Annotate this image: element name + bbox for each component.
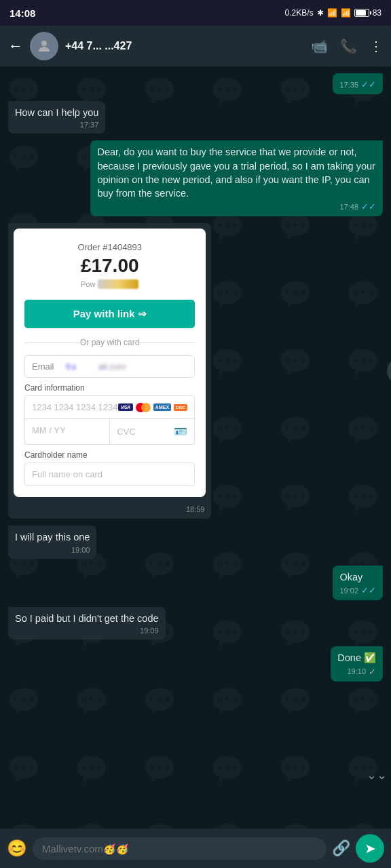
expiry-field[interactable]: MM / YY [25, 419, 110, 444]
visa-icon: VISA [118, 403, 133, 411]
back-button[interactable]: ← [8, 37, 23, 55]
read-ticks: ✓ [369, 667, 376, 677]
card-info-label: Card information [24, 383, 195, 393]
payment-card-bubble: Order #1404893 £17.00 Pow Pay with link … [8, 223, 211, 519]
input-bar: 😊 🔗 ➤ [0, 829, 391, 868]
message-row: 17:35 ✓✓ [8, 73, 383, 94]
bluetooth-icon: ✱ [317, 8, 324, 18]
message-bubble-outgoing: Dear, do you want to buy the service tha… [90, 140, 383, 216]
message-text: Done ✅ [337, 651, 376, 665]
message-bubble-outgoing: Okay 19:02 ✓✓ [333, 566, 383, 600]
card-icons: VISA AMEX DISC [118, 403, 188, 412]
contact-avatar[interactable] [30, 32, 58, 60]
battery-percent: 83 [373, 8, 381, 18]
header-actions: 📹 📞 ⋮ [311, 38, 383, 54]
pay-with-link-button[interactable]: Pay with link ⇒ [24, 300, 195, 328]
message-time: 18:59 [186, 505, 205, 513]
chat-background: 17:35 ✓✓ How can I help you 17:37 Dear, … [0, 66, 391, 829]
message-time: 17:37 [80, 121, 99, 129]
bubble-meta: 19:09 [15, 627, 159, 635]
message-row: Done ✅ 19:10 ✓ ⌄⌄ [8, 646, 383, 681]
status-icons: 0.2KB/s ✱ 📶 📶 83 [285, 8, 381, 18]
message-text: How can I help you [15, 106, 98, 119]
email-value: fra ail.com [66, 361, 187, 372]
stripe-logo-blurred [98, 279, 138, 289]
send-icon: ➤ [365, 840, 376, 856]
status-bar: 14:08 0.2KB/s ✱ 📶 📶 83 [0, 0, 391, 26]
powered-by: Pow [24, 279, 195, 289]
amex-icon: AMEX [153, 403, 171, 411]
read-ticks: ✓✓ [361, 585, 376, 595]
message-bubble-outgoing: Done ✅ 19:10 ✓ [331, 646, 383, 681]
message-time: 19:00 [71, 546, 90, 554]
card-bubble-meta: 18:59 [8, 502, 211, 519]
contact-info[interactable]: +44 7... ...427 [65, 40, 304, 52]
message-bubble-incoming: So I paid but I didn't get the code 19:0… [8, 607, 166, 639]
menu-icon[interactable]: ⋮ [369, 38, 383, 54]
bubble-meta: 17:48 ✓✓ [97, 201, 376, 212]
attach-button[interactable]: 🔗 [332, 840, 350, 857]
cardholder-field[interactable]: Full name on card [24, 462, 195, 486]
send-button[interactable]: ➤ [356, 834, 384, 863]
message-row: How can I help you 17:37 [8, 101, 383, 134]
message-text: Okay [339, 570, 376, 584]
message-bubble-incoming: How can I help you 17:37 [8, 101, 105, 134]
mastercard-icon [136, 403, 151, 412]
phone-call-icon[interactable]: 📞 [340, 38, 357, 54]
cardholder-label: Cardholder name [24, 450, 195, 460]
payment-card: Order #1404893 £17.00 Pow Pay with link … [14, 229, 206, 497]
message-row: I will pay this one 19:00 [8, 526, 383, 558]
bubble-meta: 17:37 [15, 121, 98, 129]
signal-icon: 📶 [327, 8, 337, 18]
chat-header: ← +44 7... ...427 📹 📞 ⋮ [0, 26, 391, 66]
battery-fill [356, 10, 366, 16]
or-divider: Or pay with card [24, 338, 195, 347]
emoji-button[interactable]: 😊 [7, 839, 27, 858]
read-ticks: ✓✓ [361, 201, 376, 212]
discover-icon: DISC [174, 404, 187, 411]
message-time: 19:02 [339, 587, 358, 595]
scroll-down-icon[interactable]: ⌄⌄ [367, 768, 387, 783]
message-time: 17:35 [339, 81, 358, 89]
cardholder-section: Cardholder name Full name on card [24, 450, 195, 486]
contact-number: +44 7... ...427 [65, 40, 304, 52]
message-row: So I paid but I didn't get the code 19:0… [8, 607, 383, 639]
speed-indicator: 0.2KB/s [285, 8, 314, 18]
video-call-icon[interactable]: 📹 [311, 38, 328, 54]
message-row-card: Order #1404893 £17.00 Pow Pay with link … [8, 223, 383, 519]
bubble-meta: 17:35 ✓✓ [339, 79, 376, 90]
message-time: 17:48 [339, 203, 358, 211]
read-ticks: ✓✓ [361, 79, 376, 90]
card-expiry-cvc-row: MM / YY CVC 🪪 [24, 419, 195, 445]
bubble-meta: 19:10 ✓ [337, 667, 376, 677]
forward-button[interactable]: ↪ [387, 358, 391, 384]
bubble-meta: 19:02 ✓✓ [339, 585, 376, 595]
email-field[interactable]: Email fra ail.com [24, 355, 195, 378]
message-bubble-incoming: I will pay this one 19:00 [8, 526, 96, 558]
status-time: 14:08 [10, 7, 35, 19]
message-time: 19:09 [140, 627, 159, 635]
message-bubble-outgoing: 17:35 ✓✓ [333, 73, 383, 94]
card-info-section: Card information 1234 1234 1234 1234 VIS… [24, 383, 195, 445]
email-label: Email [32, 361, 66, 372]
message-text: Dear, do you want to buy the service tha… [97, 145, 376, 200]
message-time: 19:10 [347, 667, 366, 675]
card-number-field[interactable]: 1234 1234 1234 1234 VISA AMEX DISC [24, 395, 195, 419]
message-row: Dear, do you want to buy the service tha… [8, 140, 383, 216]
battery-icon [354, 9, 369, 17]
message-text: I will pay this one [15, 530, 90, 544]
cvc-field[interactable]: CVC 🪪 [110, 419, 194, 444]
message-text: So I paid but I didn't get the code [15, 612, 159, 625]
order-amount: £17.00 [24, 255, 195, 277]
message-row: Okay 19:02 ✓✓ [8, 566, 383, 600]
bubble-meta: 19:00 [15, 546, 90, 554]
wifi-icon: 📶 [341, 8, 351, 18]
card-number-placeholder: 1234 1234 1234 1234 [32, 402, 118, 412]
message-input[interactable] [33, 837, 327, 860]
order-number: Order #1404893 [24, 242, 195, 252]
svg-point-0 [41, 41, 47, 46]
cvc-card-icon: 🪪 [174, 425, 187, 438]
